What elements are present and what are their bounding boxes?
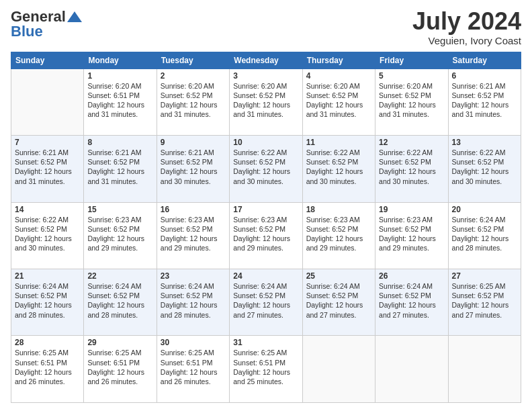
day-info-line: Daylight: 12 hours (161, 234, 218, 242)
day-info-line: and 31 minutes. (87, 110, 138, 118)
day-info: Sunrise: 6:22 AMSunset: 6:52 PMDaylight:… (452, 148, 517, 186)
day-info-line: Sunrise: 6:21 AM (161, 148, 214, 156)
day-info: Sunrise: 6:24 AMSunset: 6:52 PMDaylight:… (306, 281, 371, 320)
day-info-line: and 29 minutes. (379, 244, 429, 252)
day-info-line: Daylight: 12 hours (15, 301, 72, 309)
day-info-line: and 27 minutes. (379, 311, 429, 319)
calendar-cell: 4Sunrise: 6:20 AMSunset: 6:52 PMDaylight… (302, 68, 375, 135)
day-info: Sunrise: 6:24 AMSunset: 6:52 PMDaylight:… (15, 281, 80, 320)
calendar-cell: 3Sunrise: 6:20 AMSunset: 6:52 PMDaylight… (230, 68, 302, 135)
day-number: 20 (452, 205, 517, 214)
calendar-cell: 30Sunrise: 6:25 AMSunset: 6:51 PMDayligh… (157, 336, 229, 403)
day-info: Sunrise: 6:20 AMSunset: 6:52 PMDaylight:… (161, 81, 226, 120)
day-info-line: Daylight: 12 hours (379, 301, 436, 309)
day-info-line: Daylight: 12 hours (306, 167, 363, 175)
calendar-cell: 24Sunrise: 6:24 AMSunset: 6:52 PMDayligh… (230, 269, 302, 336)
calendar-cell: 29Sunrise: 6:25 AMSunset: 6:51 PMDayligh… (84, 336, 157, 403)
calendar-cell: 26Sunrise: 6:24 AMSunset: 6:52 PMDayligh… (375, 269, 448, 336)
calendar-cell: 14Sunrise: 6:22 AMSunset: 6:52 PMDayligh… (11, 202, 84, 269)
day-info-line: and 29 minutes. (87, 244, 138, 252)
day-number: 11 (306, 138, 371, 147)
day-info-line: Sunset: 6:52 PM (161, 291, 213, 300)
day-number: 4 (306, 71, 371, 81)
day-info-line: Sunrise: 6:21 AM (452, 82, 506, 90)
day-number: 6 (452, 71, 517, 81)
day-info-line: Sunset: 6:52 PM (87, 158, 140, 166)
day-number: 25 (306, 271, 371, 281)
day-info-line: Sunset: 6:52 PM (379, 91, 431, 99)
week-row: 28Sunrise: 6:25 AMSunset: 6:51 PMDayligh… (11, 336, 521, 403)
calendar-cell: 15Sunrise: 6:23 AMSunset: 6:52 PMDayligh… (84, 202, 157, 269)
day-info-line: Sunrise: 6:21 AM (15, 148, 69, 156)
day-info-line: Sunset: 6:51 PM (87, 91, 140, 99)
day-info-line: and 30 minutes. (15, 244, 65, 252)
day-info-line: and 30 minutes. (233, 177, 283, 185)
day-info-line: and 27 minutes. (233, 311, 283, 319)
col-header-saturday: Saturday (448, 52, 521, 68)
day-number: 22 (87, 271, 152, 281)
day-info-line: Sunrise: 6:20 AM (379, 82, 433, 90)
day-info-line: Sunrise: 6:20 AM (306, 82, 360, 90)
day-info-line: Sunrise: 6:25 AM (87, 349, 141, 357)
day-info: Sunrise: 6:24 AMSunset: 6:52 PMDaylight:… (161, 281, 226, 320)
day-info-line: Daylight: 12 hours (87, 167, 144, 175)
day-number: 10 (233, 138, 298, 147)
day-info-line: and 26 minutes. (161, 377, 211, 385)
day-info-line: and 28 minutes. (87, 311, 138, 319)
day-info: Sunrise: 6:20 AMSunset: 6:52 PMDaylight:… (379, 81, 444, 120)
day-info: Sunrise: 6:20 AMSunset: 6:52 PMDaylight:… (306, 81, 371, 120)
day-info-line: Sunset: 6:52 PM (87, 291, 140, 300)
calendar-cell: 11Sunrise: 6:22 AMSunset: 6:52 PMDayligh… (302, 136, 375, 202)
day-info-line: Sunset: 6:52 PM (15, 291, 67, 300)
day-number: 13 (452, 138, 517, 147)
day-info-line: Daylight: 12 hours (306, 301, 363, 309)
day-info-line: Sunset: 6:52 PM (379, 225, 431, 233)
day-info-line: Sunrise: 6:20 AM (233, 82, 287, 90)
calendar-cell: 10Sunrise: 6:22 AMSunset: 6:52 PMDayligh… (230, 136, 302, 202)
day-info-line: Sunrise: 6:24 AM (306, 282, 360, 290)
day-info-line: Sunrise: 6:23 AM (379, 216, 433, 224)
day-info-line: Sunset: 6:52 PM (452, 91, 504, 99)
day-info-line: Daylight: 12 hours (379, 167, 436, 175)
day-info-line: Daylight: 12 hours (379, 101, 436, 109)
day-info-line: Sunrise: 6:21 AM (87, 148, 141, 156)
day-info-line: Sunset: 6:52 PM (233, 291, 285, 300)
day-info: Sunrise: 6:22 AMSunset: 6:52 PMDaylight:… (306, 148, 371, 186)
day-info-line: Sunrise: 6:25 AM (15, 349, 69, 357)
day-info: Sunrise: 6:21 AMSunset: 6:52 PMDaylight:… (15, 148, 80, 186)
calendar-cell: 19Sunrise: 6:23 AMSunset: 6:52 PMDayligh… (375, 202, 448, 269)
day-info-line: and 30 minutes. (452, 177, 502, 185)
day-info-line: Daylight: 12 hours (87, 101, 144, 109)
col-header-thursday: Thursday (302, 52, 375, 68)
day-info-line: and 28 minutes. (452, 244, 502, 252)
day-info-line: Daylight: 12 hours (233, 368, 290, 376)
calendar-cell: 13Sunrise: 6:22 AMSunset: 6:52 PMDayligh… (448, 136, 521, 202)
day-info-line: Sunset: 6:52 PM (233, 91, 285, 99)
day-info-line: Daylight: 12 hours (233, 234, 290, 242)
day-info: Sunrise: 6:25 AMSunset: 6:51 PMDaylight:… (87, 348, 152, 386)
day-number: 31 (233, 338, 298, 347)
col-header-tuesday: Tuesday (157, 52, 229, 68)
day-number: 2 (161, 71, 226, 81)
calendar-cell (448, 336, 521, 403)
day-number: 18 (306, 205, 371, 214)
calendar-cell: 9Sunrise: 6:21 AMSunset: 6:52 PMDaylight… (157, 136, 229, 202)
day-info-line: Sunset: 6:52 PM (161, 158, 213, 166)
col-header-friday: Friday (375, 52, 448, 68)
day-info-line: Daylight: 12 hours (87, 301, 144, 309)
logo: General Blue (11, 8, 83, 40)
day-info-line: Sunrise: 6:22 AM (15, 216, 69, 224)
day-number: 26 (379, 271, 444, 281)
calendar-cell: 8Sunrise: 6:21 AMSunset: 6:52 PMDaylight… (84, 136, 157, 202)
day-info: Sunrise: 6:23 AMSunset: 6:52 PMDaylight:… (233, 215, 298, 253)
col-header-wednesday: Wednesday (230, 52, 302, 68)
col-header-monday: Monday (84, 52, 157, 68)
day-info-line: Sunset: 6:52 PM (15, 158, 67, 166)
day-info-line: Daylight: 12 hours (87, 234, 144, 242)
day-number: 15 (87, 205, 152, 214)
day-info-line: Sunrise: 6:23 AM (233, 216, 287, 224)
day-info-line: and 31 minutes. (379, 110, 429, 118)
day-number: 12 (379, 138, 444, 147)
day-info: Sunrise: 6:21 AMSunset: 6:52 PMDaylight:… (161, 148, 226, 186)
day-info: Sunrise: 6:25 AMSunset: 6:51 PMDaylight:… (161, 348, 226, 386)
